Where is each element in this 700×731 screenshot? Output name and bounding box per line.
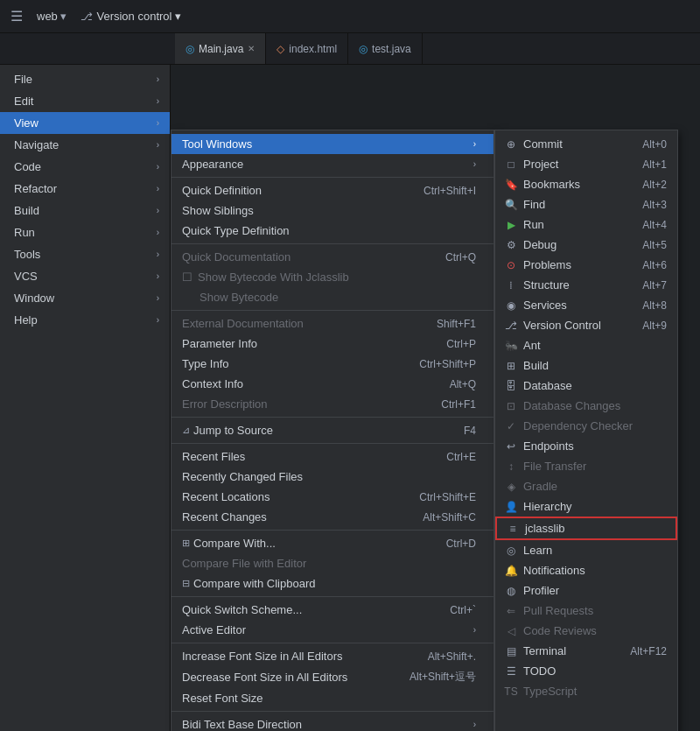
arrow-icon: ›	[157, 162, 159, 172]
code-reviews-icon: ◁	[504, 625, 518, 637]
menu-show-siblings[interactable]: Show Siblings	[172, 200, 494, 221]
menu-context-info[interactable]: Context Info Alt+Q	[172, 374, 494, 394]
tw-version-control[interactable]: ⎇ Version Control Alt+9	[495, 315, 677, 335]
tab-close-main-java[interactable]: ✕	[248, 44, 255, 53]
tw-find[interactable]: 🔍 Find Alt+3	[495, 194, 677, 214]
notifications-icon: 🔔	[504, 565, 518, 577]
separator	[172, 711, 494, 712]
menu-reset-font[interactable]: Reset Font Size	[172, 688, 494, 708]
view-menu-dropdown: Tool Windows › Appearance › Quick Defini…	[171, 130, 494, 731]
tw-notifications[interactable]: 🔔 Notifications	[495, 560, 677, 580]
database-icon: 🗄	[504, 380, 518, 392]
menu-type-info[interactable]: Type Info Ctrl+Shift+P	[172, 354, 494, 374]
version-control-selector[interactable]: ⎇ Version control ▾	[80, 10, 181, 23]
separator	[172, 596, 494, 597]
typescript-icon: TS	[504, 685, 518, 698]
tw-database[interactable]: 🗄 Database	[495, 376, 677, 396]
menu-compare-with[interactable]: ⊞ Compare With... Ctrl+D	[172, 533, 494, 553]
arrow-icon: ›	[157, 293, 159, 303]
project-name[interactable]: web ▾	[37, 10, 66, 23]
tw-profiler[interactable]: ◍ Profiler	[495, 580, 677, 601]
tw-db-changes: ⊡ Database Changes	[495, 396, 677, 416]
separator	[172, 443, 494, 444]
tw-structure[interactable]: ⁞ Structure Alt+7	[495, 275, 677, 295]
menu-decrease-font[interactable]: Decrease Font Size in All Editors Alt+Sh…	[172, 666, 494, 688]
sidebar-item-build[interactable]: Build ›	[0, 200, 170, 221]
tw-bookmarks[interactable]: 🔖 Bookmarks Alt+2	[495, 174, 677, 194]
tab-main-java[interactable]: ◎ Main.java ✕	[175, 33, 266, 64]
tw-run[interactable]: ▶ Run Alt+4	[495, 214, 677, 235]
sidebar-item-tools[interactable]: Tools ›	[0, 243, 170, 265]
titlebar: ☰ web ▾ ⎇ Version control ▾	[0, 0, 700, 33]
menu-increase-font[interactable]: Increase Font Size in All Editors Alt+Sh…	[172, 646, 494, 666]
sidebar-item-edit[interactable]: Edit ›	[0, 90, 170, 112]
main-layout: File › Edit › View › Navigate › Code › R…	[0, 65, 700, 731]
menu-appearance[interactable]: Appearance ›	[172, 154, 494, 174]
tool-windows-submenu: ⊕ Commit Alt+0 □ Project Alt+1 🔖 Bookmar…	[494, 130, 678, 731]
html-file-icon: ◇	[276, 43, 284, 55]
find-icon: 🔍	[504, 199, 518, 211]
arrow-icon: ›	[157, 140, 159, 150]
menu-jump-to-source[interactable]: ⊿ Jump to Source F4	[172, 420, 494, 440]
tw-build[interactable]: ⊞ Build	[495, 355, 677, 376]
sidebar-item-refactor[interactable]: Refactor ›	[0, 178, 170, 200]
java-file-icon-2: ◎	[359, 43, 368, 55]
tw-problems[interactable]: ⊙ Problems Alt+6	[495, 255, 677, 275]
menu-quick-definition[interactable]: Quick Definition Ctrl+Shift+I	[172, 180, 494, 200]
profiler-icon: ◍	[504, 585, 518, 597]
todo-icon: ☰	[504, 665, 518, 678]
menu-quick-switch[interactable]: Quick Switch Scheme... Ctrl+`	[172, 600, 494, 620]
menu-quick-type-def[interactable]: Quick Type Definition	[172, 221, 494, 241]
run-icon: ▶	[504, 219, 518, 231]
dep-checker-icon: ✓	[504, 420, 518, 432]
commit-icon: ⊕	[504, 138, 518, 151]
build-icon: ⊞	[504, 360, 518, 372]
sidebar-item-help[interactable]: Help ›	[0, 309, 170, 331]
tw-ant[interactable]: 🐜 Ant	[495, 335, 677, 355]
menu-external-doc: External Documentation Shift+F1	[172, 313, 494, 334]
ant-icon: 🐜	[504, 340, 518, 352]
gradle-icon: ◈	[504, 481, 518, 493]
menu-show-bytecode: Show Bytecode	[172, 287, 494, 307]
tab-index-html[interactable]: ◇ index.html	[266, 33, 348, 64]
separator	[172, 177, 494, 178]
menu-quick-doc: Quick Documentation Ctrl+Q	[172, 247, 494, 267]
menu-bidi-text[interactable]: Bidi Text Base Direction ›	[172, 714, 494, 731]
tw-todo[interactable]: ☰ TODO	[495, 661, 677, 681]
sidebar-item-run[interactable]: Run ›	[0, 221, 170, 243]
menu-recent-changes[interactable]: Recent Changes Alt+Shift+C	[172, 507, 494, 527]
sidebar-item-vcs[interactable]: VCS ›	[0, 265, 170, 287]
menu-compare-clipboard[interactable]: ⊟ Compare with Clipboard	[172, 573, 494, 594]
structure-icon: ⁞	[504, 279, 518, 292]
menu-tool-windows[interactable]: Tool Windows ›	[172, 134, 494, 154]
tw-services[interactable]: ◉ Services Alt+8	[495, 295, 677, 315]
tw-terminal[interactable]: ▤ Terminal Alt+F12	[495, 641, 677, 661]
compare-icon: ⊞	[182, 538, 190, 549]
tab-test-java[interactable]: ◎ test.java	[348, 33, 423, 64]
debug-icon: ⚙	[504, 239, 518, 251]
tw-learn[interactable]: ◎ Learn	[495, 540, 677, 560]
menu-recently-changed[interactable]: Recently Changed Files	[172, 467, 494, 487]
sidebar-item-view[interactable]: View ›	[0, 112, 170, 134]
separator	[172, 243, 494, 244]
tw-jclasslib[interactable]: ≡ jclasslib	[495, 517, 677, 540]
checkbox-icon: ☐	[182, 271, 194, 284]
menu-parameter-info[interactable]: Parameter Info Ctrl+P	[172, 334, 494, 354]
sidebar-item-code[interactable]: Code ›	[0, 156, 170, 178]
menu-show-bytecode-jclasslib: ☐ Show Bytecode With Jclasslib	[172, 267, 494, 287]
tw-hierarchy[interactable]: 👤 Hierarchy	[495, 496, 677, 517]
menu-recent-files[interactable]: Recent Files Ctrl+E	[172, 446, 494, 467]
tw-debug[interactable]: ⚙ Debug Alt+5	[495, 235, 677, 255]
tw-commit[interactable]: ⊕ Commit Alt+0	[495, 134, 677, 154]
java-file-icon: ◎	[186, 43, 194, 55]
menu-recent-locations[interactable]: Recent Locations Ctrl+Shift+E	[172, 487, 494, 507]
sidebar-item-navigate[interactable]: Navigate ›	[0, 134, 170, 156]
menu-active-editor[interactable]: Active Editor ›	[172, 620, 494, 640]
tw-project[interactable]: □ Project Alt+1	[495, 154, 677, 174]
separator	[172, 530, 494, 531]
arrow-icon: ›	[157, 184, 159, 193]
sidebar-item-window[interactable]: Window ›	[0, 287, 170, 309]
sidebar-item-file[interactable]: File ›	[0, 68, 170, 90]
hamburger-icon[interactable]: ☰	[10, 8, 23, 25]
tw-endpoints[interactable]: ↩ Endpoints	[495, 436, 677, 456]
